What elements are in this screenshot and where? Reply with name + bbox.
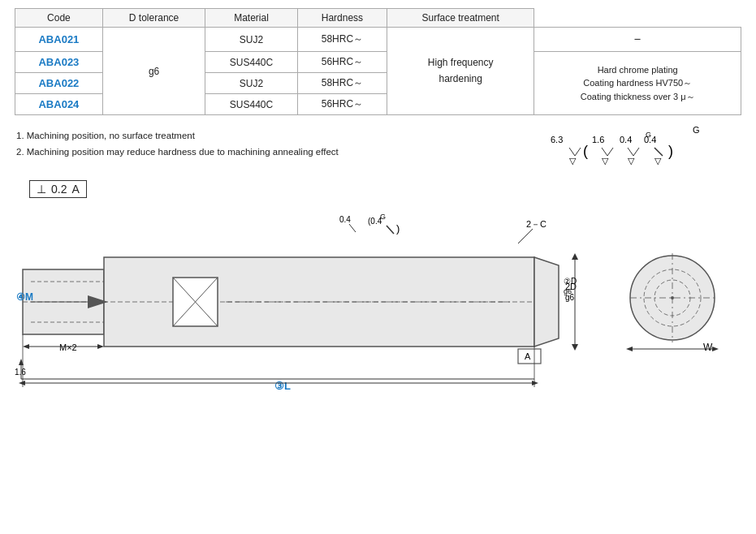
arrow-up-2d <box>572 253 578 260</box>
col-code: Code <box>15 9 103 28</box>
surface-chrome: Hard chrome platingCoating hardness HV75… <box>534 52 741 115</box>
arrow-down-1: ▽ <box>569 156 577 166</box>
dim-4M: ④M <box>16 291 33 303</box>
dim-3L: ③L <box>274 380 291 392</box>
arrow-right-mx2 <box>97 344 104 349</box>
hardness-aba022: 58HRC～ <box>297 73 387 94</box>
tolerance-value: 0.2 <box>51 183 67 196</box>
dim-MX2: M×2 <box>59 342 77 352</box>
arrow-W-right <box>712 347 719 351</box>
paren-open: ( <box>583 143 588 159</box>
paren-close: ) <box>668 143 673 159</box>
material-aba021: SUJ2 <box>205 28 298 52</box>
dim-04-right-paren: (0.4 <box>368 217 382 226</box>
col-d-tol: D tolerance <box>102 9 205 28</box>
note-1: 1. Machining position, no surface treatm… <box>16 128 339 144</box>
arrow-3L-left <box>19 381 25 385</box>
hardness-aba024: 56HRC～ <box>297 94 387 115</box>
dim-2D-label: ②D <box>564 277 577 286</box>
roughness-val-04b: 0.4 <box>644 135 656 144</box>
svg-line-5 <box>633 148 639 156</box>
roughness-val-04a: 0.4 <box>620 135 632 144</box>
col-surface: Surface treatment <box>387 9 534 28</box>
col-hardness: Hardness <box>297 9 387 28</box>
material-aba022: SUJ2 <box>205 73 298 94</box>
main-drawing-svg: 0.4 G (0.4 ) 2－C <box>15 213 616 391</box>
high-frequency-cell: High frequencyhardening <box>387 28 534 115</box>
perp-symbol: ⊥ <box>37 183 46 196</box>
table-row: ABA021 g6 SUJ2 58HRC～ High frequencyhard… <box>15 28 741 52</box>
roughness-val-63: 6.3 <box>551 135 563 144</box>
svg-line-4 <box>628 148 633 156</box>
arrow-3L-right <box>532 381 538 385</box>
svg-line-2 <box>602 148 607 156</box>
d-tolerance-g6: g6 <box>102 28 205 115</box>
code-aba024: ABA024 <box>15 94 103 115</box>
svg-line-8 <box>387 226 394 234</box>
svg-line-7 <box>349 224 356 232</box>
code-aba023: ABA023 <box>15 52 103 73</box>
dim-2c: 2－C <box>526 219 546 229</box>
paren-close-2: ) <box>396 222 400 235</box>
arrow-down-3: ▽ <box>628 156 635 166</box>
arrow-down-2: ▽ <box>602 156 609 166</box>
code-aba021: ABA021 <box>15 28 103 52</box>
tolerance-datum: A <box>71 183 79 196</box>
hardness-aba023: 56HRC～ <box>297 52 387 73</box>
arrow-W-left <box>626 347 633 351</box>
surface-aba021: － <box>534 28 741 52</box>
svg-line-0 <box>569 148 575 156</box>
end-view-svg: W <box>624 245 721 359</box>
dim-04-left: 0.4 <box>339 215 351 224</box>
svg-line-3 <box>607 148 613 156</box>
notes: 1. Machining position, no surface treatm… <box>16 128 339 160</box>
col-material: Material <box>205 9 298 28</box>
tolerance-frame: ⊥ 0.2 A <box>29 180 87 198</box>
note-2: 2. Machining position may reduce hardnes… <box>16 144 339 161</box>
roughness-val-16: 1.6 <box>592 135 604 144</box>
material-aba024: SUS440C <box>205 94 298 115</box>
code-aba022: ABA022 <box>15 73 103 94</box>
svg-line-6 <box>654 148 663 156</box>
right-end <box>534 257 559 347</box>
arrow-down-4: ▽ <box>654 156 662 166</box>
drawing-area: 0.4 G (0.4 ) 2－C <box>15 213 741 391</box>
spec-table: Code D tolerance Material Hardness Surfa… <box>15 8 741 115</box>
svg-line-9 <box>518 229 533 243</box>
svg-line-1 <box>575 148 581 156</box>
datum-a-label: A <box>525 351 531 361</box>
page: Code D tolerance Material Hardness Surfa… <box>0 0 756 399</box>
dim-W-label: W <box>703 342 713 353</box>
hardness-aba021: 58HRC～ <box>297 28 387 52</box>
roughness-symbols: G 6.3 ( 1.6 0.4 G 0.4 ) <box>546 125 725 170</box>
roughness-g-label: G <box>693 125 700 135</box>
arrow-down-2d <box>572 344 578 351</box>
dim-g6-label: g6 <box>564 287 572 295</box>
dim-16: 1.6 <box>15 368 26 377</box>
material-aba023: SUS440C <box>205 52 298 73</box>
arrow-left-mx2 <box>23 344 29 349</box>
